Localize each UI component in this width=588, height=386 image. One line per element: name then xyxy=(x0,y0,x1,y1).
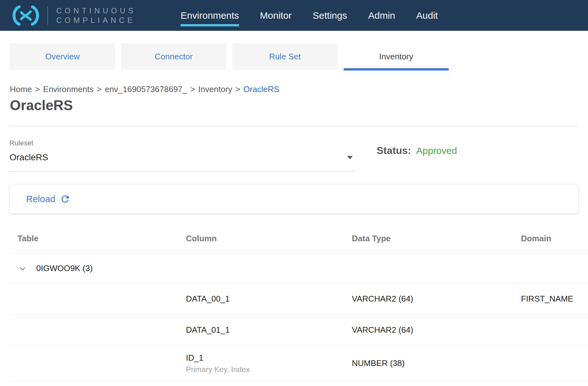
top-navbar: CONTINUOUS COMPLIANCE Environments Monit… xyxy=(0,0,588,31)
group-table-name: 0IGWOO9K (3) xyxy=(36,263,93,273)
nav-item-monitor[interactable]: Monitor xyxy=(260,10,292,21)
main-nav: Environments Monitor Settings Admin Audi… xyxy=(181,10,438,21)
chevron-down-icon[interactable] xyxy=(18,264,27,273)
cell-data-type: VARCHAR2 (64) xyxy=(334,294,502,304)
status-label: Status: xyxy=(377,145,411,156)
status-badge: Status: Approved xyxy=(377,145,457,156)
breadcrumb-separator: > xyxy=(190,84,195,94)
cell-column-note: Primary Key, Index xyxy=(186,365,334,374)
header-column: Column xyxy=(168,234,334,243)
nav-item-admin[interactable]: Admin xyxy=(368,10,395,21)
status-value: Approved xyxy=(416,145,457,156)
refresh-icon[interactable] xyxy=(60,194,71,204)
tab-rule-set[interactable]: Rule Set xyxy=(232,43,338,70)
breadcrumb-separator: > xyxy=(35,84,40,94)
product-name-line1: CONTINUOUS xyxy=(56,6,136,16)
tab-inventory[interactable]: Inventory xyxy=(344,43,449,70)
ruleset-select-value: OracleRS xyxy=(10,152,48,163)
reload-button[interactable]: Reload xyxy=(26,194,71,204)
breadcrumb-inventory[interactable]: Inventory xyxy=(198,84,232,94)
cell-column: DATA_00_1 xyxy=(168,294,334,304)
table-row[interactable]: ID_1 Primary Key, Index NUMBER (38) xyxy=(0,345,588,381)
product-name: CONTINUOUS COMPLIANCE xyxy=(56,6,136,25)
breadcrumb-ruleset[interactable]: OracleRS xyxy=(243,84,279,94)
breadcrumb-separator: > xyxy=(97,84,102,94)
breadcrumb-environments[interactable]: Environments xyxy=(43,84,94,94)
table-group-row[interactable]: 0IGWOO9K (3) xyxy=(0,254,588,283)
breadcrumb-environment-name[interactable]: env_1690573678697_ xyxy=(105,84,187,94)
ruleset-select-label: Ruleset xyxy=(10,139,356,147)
cell-data-type: NUMBER (38) xyxy=(334,358,502,368)
cell-domain: FIRST_NAME xyxy=(502,294,588,304)
page-title: OracleRS xyxy=(10,97,588,113)
header-table: Table xyxy=(0,234,168,243)
product-name-line2: COMPLIANCE xyxy=(56,16,136,25)
dropdown-arrow-icon[interactable] xyxy=(347,156,353,159)
ruleset-select[interactable]: Ruleset OracleRS xyxy=(10,139,356,172)
breadcrumb: Home>Environments>env_1690573678697_>Inv… xyxy=(10,84,588,94)
cell-column: DATA_01_1 xyxy=(168,325,334,335)
table-row[interactable]: DATA_00_1 VARCHAR2 (64) FIRST_NAME xyxy=(0,283,588,315)
breadcrumb-home[interactable]: Home xyxy=(10,84,32,94)
ruleset-controls: Ruleset OracleRS Status: Approved xyxy=(0,126,588,172)
tab-overview[interactable]: Overview xyxy=(10,43,115,70)
table-toolbar-card: Reload xyxy=(10,184,578,214)
nav-item-environments[interactable]: Environments xyxy=(181,10,239,21)
cell-column: ID_1 xyxy=(186,353,334,363)
nav-item-audit[interactable]: Audit xyxy=(416,10,438,21)
breadcrumb-separator: > xyxy=(236,84,240,94)
header-domain: Domain xyxy=(502,234,588,243)
navbar-divider xyxy=(47,6,48,25)
inventory-table: Table Column Data Type Domain 0IGWOO9K (… xyxy=(0,223,588,381)
table-row[interactable]: DATA_01_1 VARCHAR2 (64) xyxy=(0,315,588,345)
delphix-logo-icon[interactable] xyxy=(9,5,43,26)
reload-button-label: Reload xyxy=(26,194,55,204)
tab-connector[interactable]: Connector xyxy=(121,43,226,70)
table-header-row: Table Column Data Type Domain xyxy=(0,223,588,254)
header-data-type: Data Type xyxy=(334,234,502,243)
cell-data-type: VARCHAR2 (64) xyxy=(334,325,502,335)
nav-item-settings[interactable]: Settings xyxy=(313,10,347,21)
environment-tabs: Overview Connector Rule Set Inventory xyxy=(10,43,588,70)
